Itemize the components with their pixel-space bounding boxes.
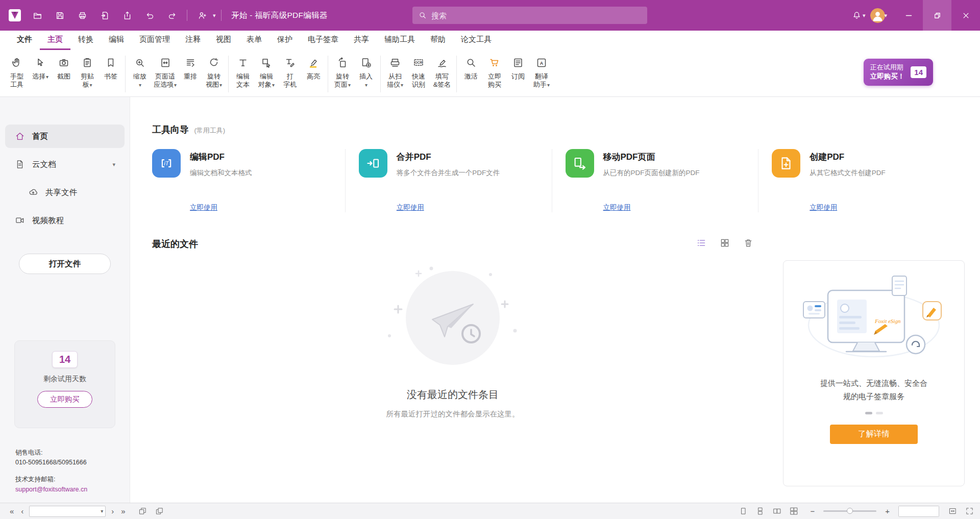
menu-help[interactable]: 帮助 bbox=[423, 31, 453, 50]
clipboard-button[interactable]: 剪贴板▾ bbox=[76, 54, 99, 90]
zoom-out-button[interactable]: − bbox=[806, 507, 818, 515]
print-icon[interactable] bbox=[72, 6, 92, 24]
edit-text-button[interactable]: 编辑文本 bbox=[231, 54, 255, 90]
page-caret-icon[interactable]: ▾ bbox=[101, 508, 103, 514]
menu-esign[interactable]: 电子签章 bbox=[300, 31, 346, 50]
rotate-pages-button[interactable]: 旋转页面▾ bbox=[331, 54, 354, 90]
zoom-slider[interactable] bbox=[823, 510, 876, 512]
protect-mode-icon[interactable] bbox=[192, 6, 212, 24]
typewriter-button[interactable]: 打字机 bbox=[278, 54, 302, 90]
sidebar-item-home[interactable]: 首页 bbox=[5, 125, 125, 148]
first-page-button[interactable]: « bbox=[6, 507, 17, 515]
zoom-button[interactable]: 缩放▾ bbox=[128, 54, 152, 90]
quick-ocr-button[interactable]: OCR 快速识别 bbox=[407, 54, 430, 90]
single-page-view-icon[interactable] bbox=[735, 507, 752, 515]
zoom-level-box[interactable] bbox=[898, 506, 939, 517]
card-create-pdf[interactable]: 创建PDF 从其它格式文件创建PDF 立即使用 bbox=[758, 149, 965, 212]
use-now-link[interactable]: 立即使用 bbox=[603, 203, 631, 212]
bookmark-button[interactable]: 书签 bbox=[99, 54, 122, 82]
account-caret-icon[interactable]: ▾ bbox=[884, 12, 887, 19]
minimize-button[interactable] bbox=[894, 0, 923, 31]
learn-more-button[interactable]: 了解详情 bbox=[830, 425, 918, 444]
search-box[interactable] bbox=[412, 7, 647, 24]
highlight-button[interactable]: 高亮 bbox=[302, 54, 325, 82]
facing-continuous-view-icon[interactable] bbox=[786, 507, 802, 515]
fullscreen-icon[interactable] bbox=[961, 507, 974, 515]
share-pdf-icon[interactable] bbox=[117, 6, 137, 24]
edit-object-button[interactable]: 编辑对象▾ bbox=[255, 54, 278, 90]
fit-width-icon[interactable] bbox=[944, 507, 961, 515]
hand-tool-button[interactable]: 手型工具 bbox=[5, 54, 29, 90]
save-icon[interactable] bbox=[50, 6, 69, 24]
snapshot-pages-icon[interactable] bbox=[134, 507, 151, 515]
next-page-button[interactable]: › bbox=[108, 507, 117, 515]
buy-now-button[interactable]: 立即购买 bbox=[483, 54, 506, 90]
use-now-link[interactable]: 立即使用 bbox=[190, 203, 217, 212]
list-view-icon[interactable] bbox=[696, 238, 706, 250]
facing-view-icon[interactable] bbox=[769, 507, 786, 515]
card-edit-pdf[interactable]: iT 编辑PDF 编辑文档和文本格式 立即使用 bbox=[152, 149, 345, 212]
support-email-link[interactable]: support@foxitsoftware.cn bbox=[15, 485, 87, 495]
user-avatar[interactable] bbox=[870, 8, 885, 23]
menu-accessibility[interactable]: 辅助工具 bbox=[377, 31, 423, 50]
carousel-dot-active[interactable] bbox=[865, 412, 872, 414]
carousel-dot[interactable] bbox=[876, 412, 883, 414]
snapshot-button[interactable]: 截图 bbox=[52, 54, 76, 82]
titlebar-separator bbox=[221, 10, 222, 21]
copy-pages-icon[interactable] bbox=[151, 507, 168, 515]
menu-page-organize[interactable]: 页面管理 bbox=[132, 31, 178, 50]
continuous-view-icon[interactable] bbox=[752, 507, 769, 515]
use-now-link[interactable]: 立即使用 bbox=[810, 203, 837, 212]
page-number-box[interactable]: ▾ bbox=[29, 506, 106, 517]
trial-buy-badge[interactable]: 正在试用期 立即购买！ 14 bbox=[864, 59, 933, 86]
menu-home[interactable]: 主页 bbox=[40, 31, 70, 50]
carousel-dots[interactable] bbox=[865, 412, 883, 414]
redo-icon[interactable] bbox=[162, 6, 182, 24]
menu-convert[interactable]: 转换 bbox=[70, 31, 101, 50]
last-page-button[interactable]: » bbox=[117, 507, 129, 515]
reflow-button[interactable]: 重排 bbox=[179, 54, 202, 82]
zoom-slider-thumb[interactable] bbox=[847, 508, 853, 514]
select-tool-button[interactable]: 选择▾ bbox=[29, 54, 52, 82]
open-file-button[interactable]: 打开文件 bbox=[19, 254, 111, 274]
menu-view[interactable]: 视图 bbox=[208, 31, 239, 50]
activate-button[interactable]: 激活 bbox=[459, 54, 483, 82]
rotate-view-button[interactable]: 旋转视图▾ bbox=[202, 54, 226, 90]
undo-icon[interactable] bbox=[140, 6, 159, 24]
card-merge-pdf[interactable]: 合并PDF 将多个文件合并生成一个PDF文件 立即使用 bbox=[345, 149, 552, 212]
sidebar-item-cloud-docs[interactable]: 云文档 ▾ bbox=[5, 153, 125, 176]
menu-edit[interactable]: 编辑 bbox=[101, 31, 132, 50]
sidebar-buy-now-button[interactable]: 立即购买 bbox=[37, 391, 92, 408]
translate-assistant-button[interactable]: A 翻译助手▾ bbox=[530, 54, 553, 90]
cloud-docs-caret-icon[interactable]: ▾ bbox=[112, 161, 115, 168]
search-input[interactable] bbox=[431, 11, 641, 20]
grid-view-icon[interactable] bbox=[720, 238, 730, 250]
page-fit-options-button[interactable]: 页面适应选项▾ bbox=[152, 54, 179, 90]
open-file-icon[interactable] bbox=[28, 6, 47, 24]
from-scanner-button[interactable]: 从扫描仪▾ bbox=[383, 54, 407, 90]
zoom-in-button[interactable]: + bbox=[881, 507, 893, 515]
sidebar-item-shared-files[interactable]: 共享文件 bbox=[5, 181, 125, 204]
menu-paper-tools[interactable]: 论文工具 bbox=[453, 31, 499, 50]
zoom-level-input[interactable] bbox=[899, 506, 939, 516]
insert-pages-button[interactable]: 插入▾ bbox=[354, 54, 378, 90]
menu-share[interactable]: 共享 bbox=[346, 31, 377, 50]
previous-page-button[interactable]: ‹ bbox=[17, 507, 27, 515]
subscribe-button[interactable]: 订阅 bbox=[506, 54, 530, 82]
tools-section-header: 工具向导 (常用工具) bbox=[152, 123, 965, 136]
card-move-pdf-pages[interactable]: 移动PDF页面 从已有的PDF页面创建新的PDF 立即使用 bbox=[552, 149, 758, 212]
menu-form[interactable]: 表单 bbox=[239, 31, 270, 50]
bell-caret-icon[interactable]: ▾ bbox=[863, 12, 866, 19]
page-number-input[interactable] bbox=[30, 508, 100, 515]
export-pdf-icon[interactable] bbox=[95, 6, 114, 24]
use-now-link[interactable]: 立即使用 bbox=[397, 203, 424, 212]
close-button[interactable] bbox=[951, 0, 980, 31]
dropdown-caret-icon[interactable]: ▾ bbox=[213, 12, 216, 19]
sidebar-item-video-tutorial[interactable]: 视频教程 bbox=[5, 209, 125, 232]
menu-comment[interactable]: 注释 bbox=[178, 31, 208, 50]
menu-file[interactable]: 文件 bbox=[9, 31, 40, 50]
restore-button[interactable] bbox=[923, 0, 951, 31]
fill-sign-button[interactable]: 填写&签名 bbox=[430, 54, 454, 90]
menu-protect[interactable]: 保护 bbox=[270, 31, 300, 50]
clear-recent-trash-icon[interactable] bbox=[743, 238, 753, 250]
